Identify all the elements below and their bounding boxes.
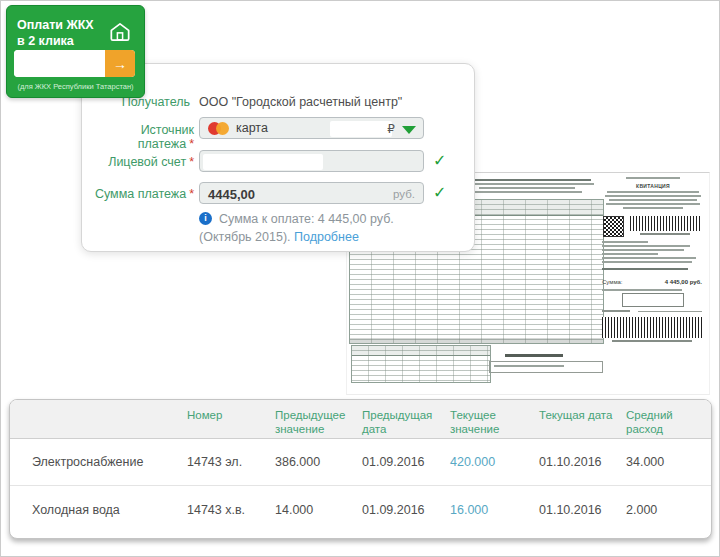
promo-caption: (для ЖКХ Республики Татарстан) [7, 82, 144, 91]
account-input[interactable] [199, 150, 424, 172]
column-curr-value: Текущее значение [450, 400, 539, 438]
recipient-value: ООО "Городской расчетный центр" [199, 95, 402, 109]
promo-title: Оплати ЖКХ в 2 клика [17, 17, 94, 49]
promo-account-field: → [14, 50, 135, 77]
account-label: Лицевой счет* [82, 155, 194, 169]
prev-value: 386.000 [275, 455, 362, 469]
service-name: Электроснабжение [32, 455, 187, 469]
receipt-barcode-bottom [602, 317, 704, 338]
receipt-barcode-top [630, 216, 700, 231]
receipt-summary-table [351, 345, 491, 383]
currency-symbol: ₽ [387, 122, 395, 136]
prev-date: 01.09.2016 [362, 503, 450, 517]
table-row: Холодная вода 14743 х.в. 14.000 01.09.20… [10, 486, 711, 533]
qr-code-icon [603, 216, 624, 237]
payment-source-value: карта [236, 121, 268, 135]
payment-source-label: Источник платежа* [82, 123, 194, 151]
service-name: Холодная вода [32, 503, 187, 517]
payment-source-select[interactable]: карта ₽ [199, 117, 424, 139]
amount-suffix: руб. [393, 188, 415, 200]
amount-input[interactable]: 4445,00 руб. [199, 182, 424, 204]
current-value-link[interactable]: 420.000 [450, 455, 539, 469]
receipt-note-title [505, 354, 563, 357]
table-row: Электроснабжение 14743 эл. 386.000 01.09… [10, 439, 711, 486]
meter-number: 14743 эл. [187, 455, 275, 469]
info-icon: i [199, 212, 212, 225]
meters-table-card: Номер Предыдущее значение Предыдущая дат… [9, 399, 712, 539]
promo-account-input[interactable] [14, 50, 104, 77]
arrow-right-icon: → [113, 56, 127, 72]
check-icon: ✓ [433, 153, 446, 169]
meter-number: 14743 х.в. [187, 503, 275, 517]
receipt-header-lines [459, 179, 595, 195]
receipt-right-column: КВИТАНЦИЯ Сумма: 4 445,00 руб. [600, 177, 706, 211]
mastercard-icon [208, 122, 230, 135]
average-consumption: 34.000 [626, 455, 696, 469]
receipt-sum-label: Сумма: [602, 279, 623, 285]
receipt-sum-value: 4 445,00 руб. [665, 279, 702, 285]
meters-table-header: Номер Предыдущее значение Предыдущая дат… [10, 400, 711, 439]
receipt-barcode-top-number [640, 233, 690, 235]
current-date: 01.10.2016 [539, 455, 626, 469]
current-value-link[interactable]: 16.000 [450, 503, 539, 517]
receipt-sum-line: Сумма: 4 445,00 руб. [602, 279, 702, 285]
column-curr-date: Текущая дата [539, 400, 626, 438]
check-icon: ✓ [433, 185, 446, 201]
receipt-title: КВИТАНЦИЯ [600, 183, 706, 189]
amount-label: Сумма платежа* [82, 187, 194, 201]
receipt-payee-lines [602, 241, 702, 272]
receipt-barcode-bottom-number [612, 340, 692, 342]
chevron-down-icon[interactable] [402, 126, 416, 134]
details-link[interactable]: Подробнее [294, 230, 359, 244]
masked-account-number [203, 154, 323, 170]
column-avg: Средний расход [626, 400, 696, 438]
receipt-note-box [489, 361, 603, 373]
prev-value: 14.000 [275, 503, 362, 517]
column-prev-value: Предыдущее значение [275, 400, 362, 438]
home-icon [107, 19, 133, 45]
promo-submit-button[interactable]: → [105, 50, 135, 77]
receipt-stamp-box [622, 293, 684, 307]
average-consumption: 2.000 [626, 503, 696, 517]
column-number: Номер [187, 400, 275, 438]
promo-card: Оплати ЖКХ в 2 клика → (для ЖКХ Республи… [6, 5, 145, 98]
amount-info: i Сумма к оплате: 4 445,00 руб. (Октябрь… [199, 210, 447, 246]
masked-card-number [330, 121, 392, 137]
column-prev-date: Предыдущая дата [362, 400, 450, 438]
current-date: 01.10.2016 [539, 503, 626, 517]
receipt-signature-line [602, 310, 702, 312]
page: КВИТАНЦИЯ Сумма: 4 445,00 руб. [0, 0, 720, 557]
prev-date: 01.09.2016 [362, 455, 450, 469]
amount-value: 4445,00 [208, 187, 255, 202]
